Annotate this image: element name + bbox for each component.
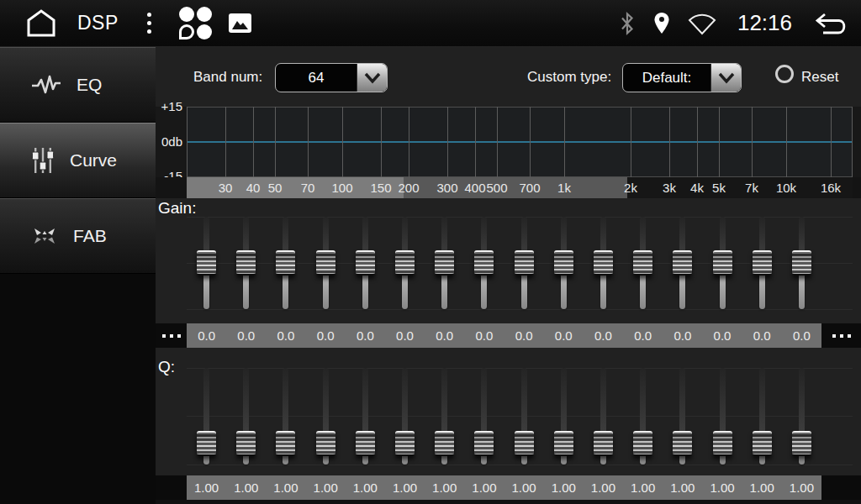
chevron-down-icon[interactable]	[357, 64, 387, 92]
gain-slider[interactable]	[226, 198, 266, 323]
kebab-menu-icon[interactable]	[139, 9, 161, 38]
gain-slider[interactable]	[187, 198, 226, 323]
q-slider-knob[interactable]	[356, 431, 375, 456]
gain-slider-knob[interactable]	[673, 250, 692, 276]
q-slider-knob[interactable]	[435, 431, 454, 456]
gain-slider[interactable]	[623, 198, 663, 323]
q-slider-knob[interactable]	[236, 431, 256, 456]
freq-tick-label: 10k	[776, 177, 796, 198]
freq-tick-label: 2k	[624, 177, 637, 198]
gain-slider[interactable]	[266, 198, 305, 323]
gain-slider-knob[interactable]	[515, 250, 534, 276]
chevron-down-icon[interactable]	[710, 64, 741, 92]
q-slider[interactable]	[702, 348, 742, 475]
q-slider-knob[interactable]	[594, 431, 613, 456]
custom-type-value: Default:	[623, 64, 710, 92]
main-panel: Band num: 64 Custom type: Default: Reset…	[156, 47, 861, 504]
q-slider-knob[interactable]	[792, 431, 811, 456]
freq-tick-label: 700	[519, 177, 540, 198]
q-slider-knob[interactable]	[554, 431, 573, 456]
q-slider[interactable]	[782, 348, 821, 475]
gain-slider-knob[interactable]	[554, 250, 573, 276]
q-slider[interactable]	[584, 348, 623, 475]
gallery-icon[interactable]	[226, 6, 255, 41]
q-slider[interactable]	[464, 348, 504, 475]
y-axis-label-zero: 0db	[156, 134, 182, 149]
gain-slider-knob[interactable]	[474, 250, 494, 276]
q-value: 1.00	[623, 475, 663, 500]
gain-slider[interactable]	[702, 198, 742, 323]
gain-values-row: 0.00.00.00.00.00.00.00.00.00.00.00.00.00…	[156, 323, 861, 348]
gain-slider[interactable]	[425, 198, 464, 323]
q-slider[interactable]	[623, 348, 663, 475]
gain-slider-knob[interactable]	[633, 250, 652, 276]
sidebar-item-eq[interactable]: EQ	[0, 47, 156, 123]
q-slider[interactable]	[544, 348, 584, 475]
q-slider[interactable]	[385, 348, 425, 475]
q-slider[interactable]	[742, 348, 782, 475]
gain-slider-knob[interactable]	[792, 250, 811, 276]
q-value: 1.00	[742, 475, 782, 500]
gain-slider-knob[interactable]	[197, 250, 216, 276]
gain-value: 0.0	[623, 323, 663, 348]
gain-slider-knob[interactable]	[435, 250, 454, 276]
q-value: 1.00	[464, 475, 504, 500]
gain-slider-knob[interactable]	[395, 250, 415, 276]
q-slider-knob[interactable]	[276, 431, 295, 456]
band-num-dropdown[interactable]: 64	[275, 63, 388, 92]
gain-slider-knob[interactable]	[316, 250, 335, 276]
q-slider[interactable]	[306, 348, 346, 475]
q-slider-knob[interactable]	[753, 431, 772, 456]
grid-line	[253, 107, 254, 177]
grid-line	[497, 107, 498, 177]
gain-slider[interactable]	[306, 198, 346, 323]
grid-line	[564, 107, 565, 177]
q-slider-knob[interactable]	[197, 431, 216, 456]
gain-slider[interactable]	[346, 198, 385, 323]
gain-slider-knob[interactable]	[753, 250, 772, 276]
q-slider[interactable]	[504, 348, 544, 475]
sidebar-item-curve[interactable]: Curve	[0, 123, 156, 198]
gain-slider[interactable]	[464, 198, 504, 323]
gain-slider[interactable]	[584, 198, 623, 323]
gain-slider[interactable]	[663, 198, 702, 323]
q-slider[interactable]	[663, 348, 702, 475]
back-icon[interactable]	[812, 10, 849, 37]
gain-slider-knob[interactable]	[594, 250, 613, 276]
q-slider-knob[interactable]	[395, 431, 415, 456]
gain-slider[interactable]	[782, 198, 821, 323]
gain-section: Gain:	[156, 198, 861, 323]
frequency-axis: 304050701001502003004005007001k2k3k4k5k7…	[156, 177, 861, 198]
gain-slider-knob[interactable]	[276, 250, 295, 276]
q-slider[interactable]	[346, 348, 385, 475]
apps-icon[interactable]	[177, 6, 214, 41]
gain-slider[interactable]	[504, 198, 544, 323]
reset-radio[interactable]	[775, 65, 794, 83]
q-slider[interactable]	[425, 348, 464, 475]
gain-slider-knob[interactable]	[236, 250, 256, 276]
q-slider-knob[interactable]	[474, 431, 494, 456]
freq-tick-label: 1k	[557, 177, 571, 198]
gain-scroll-right-button[interactable]	[821, 323, 861, 348]
gain-slider[interactable]	[544, 198, 584, 323]
q-slider-knob[interactable]	[633, 431, 652, 456]
q-value: 1.00	[226, 475, 266, 500]
custom-type-dropdown[interactable]: Default:	[622, 63, 742, 92]
q-slider-knob[interactable]	[713, 431, 732, 456]
q-slider[interactable]	[226, 348, 266, 475]
q-slider-knob[interactable]	[673, 431, 692, 456]
gain-value: 0.0	[702, 323, 742, 348]
freq-tick-label: 50	[268, 177, 283, 198]
grid-line	[752, 107, 753, 177]
gain-slider[interactable]	[385, 198, 425, 323]
gain-slider-knob[interactable]	[713, 250, 732, 276]
q-slider[interactable]	[266, 348, 305, 475]
q-slider-knob[interactable]	[316, 431, 335, 456]
gain-scroll-left-button[interactable]	[156, 323, 187, 348]
q-slider[interactable]	[187, 348, 226, 475]
sidebar-item-fab[interactable]: FAB	[0, 198, 156, 274]
gain-slider[interactable]	[742, 198, 782, 323]
home-icon[interactable]	[22, 8, 61, 39]
q-slider-knob[interactable]	[515, 431, 534, 456]
gain-slider-knob[interactable]	[356, 250, 375, 276]
